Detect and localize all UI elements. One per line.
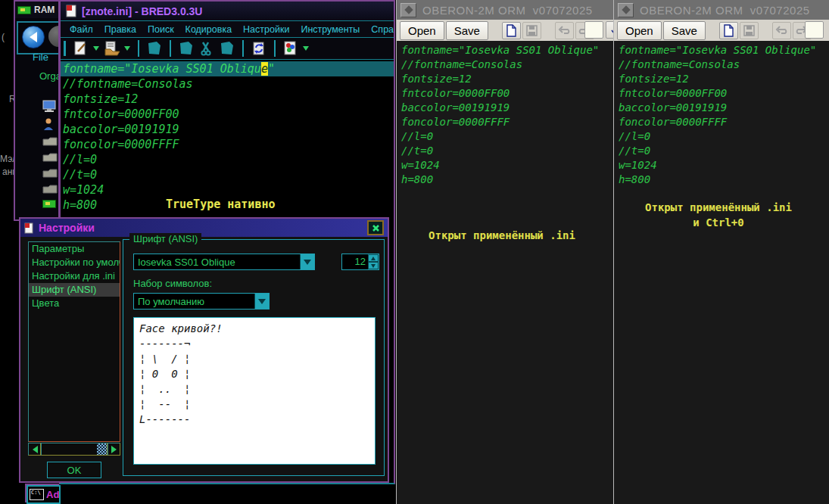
code-line[interactable]: fntcolor=0000FF00	[619, 86, 829, 101]
scrollbar-thumb[interactable]	[97, 443, 107, 455]
menu-item[interactable]: Файл	[70, 24, 93, 35]
scroll-right-button[interactable]	[108, 443, 120, 456]
new-document-dropdown-icon[interactable]	[93, 46, 99, 54]
menu-item[interactable]: Инструменты	[301, 24, 360, 35]
folder-icon[interactable]	[42, 168, 58, 179]
oberon1-titlebar[interactable]: OBERON-2M ORM v07072025	[397, 0, 613, 20]
code-line[interactable]: //t=0	[61, 167, 394, 182]
code-line[interactable]: h=800	[619, 173, 829, 187]
font-groupbox: Шрифт (ANSI) Iosevka SS01 Oblique 12 Наб…	[123, 239, 385, 476]
menu-item[interactable]: Правка	[104, 24, 136, 35]
paste-icon[interactable]	[218, 39, 236, 58]
menu-item[interactable]: Справка	[371, 24, 395, 35]
size-down-button[interactable]	[368, 262, 379, 269]
charset-combobox[interactable]: По умолчанию	[133, 293, 270, 310]
code-line[interactable]: foncolor=0000FFFF	[401, 115, 613, 129]
code-line[interactable]: //l=0	[61, 152, 394, 167]
editor-titlebar[interactable]: [znote.ini] - BRED3.0.3U	[61, 2, 394, 21]
code-line[interactable]: w=1024	[619, 158, 829, 173]
menu-item[interactable]: Кодировка	[185, 24, 232, 35]
copy-icon[interactable]	[177, 39, 195, 58]
ok-button[interactable]: OK	[47, 462, 101, 478]
open-file-dropdown-icon[interactable]	[124, 46, 130, 54]
save-icon[interactable]	[145, 39, 164, 58]
new-document-icon[interactable]	[72, 39, 90, 58]
code-line[interactable]: fontsize=12	[619, 72, 829, 86]
blank-swatch[interactable]	[805, 21, 824, 39]
code-line[interactable]: //l=0	[619, 129, 829, 144]
menu-item[interactable]: Поиск	[148, 24, 174, 35]
code-line[interactable]: w=1024	[61, 182, 394, 198]
oberon2-content[interactable]: fontname="Iosevka SS01 Oblique"//fontnam…	[614, 41, 829, 504]
computer-icon[interactable]	[42, 100, 58, 113]
save-button[interactable]: Save	[446, 21, 488, 40]
code-line[interactable]: //t=0	[619, 144, 829, 158]
charset-dropdown-button[interactable]	[254, 294, 269, 309]
apply-check-icon[interactable]	[606, 21, 613, 39]
code-line[interactable]: w=1024	[401, 158, 613, 173]
list-horizontal-scrollbar[interactable]	[28, 443, 120, 456]
scroll-left-button[interactable]	[28, 443, 41, 456]
taskbar-button-console[interactable]: C:\ Admini	[26, 485, 61, 504]
open-button[interactable]: Open	[400, 21, 444, 40]
menu-item[interactable]: Настройки	[243, 24, 289, 35]
close-button[interactable]	[367, 220, 384, 235]
font-combobox[interactable]: Iosevka SS01 Oblique	[133, 254, 315, 270]
folder-icon[interactable]	[42, 152, 58, 163]
user-icon[interactable]	[42, 118, 55, 131]
oberon2-titlebar[interactable]: OBERON-2M ORM v07072025	[614, 0, 829, 20]
colors-icon[interactable]	[282, 39, 300, 58]
colors-dropdown-icon[interactable]	[303, 46, 309, 54]
forward-button[interactable]	[48, 26, 60, 47]
toolbar-grip[interactable]	[64, 41, 66, 56]
undo-icon[interactable]	[772, 22, 791, 39]
oberon1-content[interactable]: fontname="Iosevka SS01 Oblique"//fontnam…	[397, 41, 613, 504]
oberon1-status-text: Открыт применённый .ini	[397, 229, 607, 241]
save-button[interactable]: Save	[663, 21, 706, 40]
settings-category-item[interactable]: Цвета	[29, 297, 120, 310]
folder-icon[interactable]	[42, 184, 58, 194]
code-line[interactable]: //l=0	[401, 129, 613, 144]
code-line[interactable]: fntcolor=0000FF00	[61, 107, 394, 122]
code-line[interactable]: baccolor=00191919	[401, 101, 613, 115]
settings-category-item[interactable]: Шрифт (ANSI)	[29, 283, 120, 297]
explorer-organize-label[interactable]: Orga	[39, 70, 60, 82]
open-file-icon[interactable]	[103, 39, 121, 58]
font-dropdown-button[interactable]	[300, 254, 314, 269]
code-line[interactable]: foncolor=0000FFFF	[61, 137, 394, 152]
reload-icon[interactable]	[250, 39, 268, 58]
settings-category-item[interactable]: Настройки по умолчанию	[29, 256, 120, 269]
code-line[interactable]: fontsize=12	[61, 92, 394, 107]
save-icon[interactable]	[522, 22, 541, 39]
size-up-button[interactable]	[368, 254, 379, 262]
cut-icon[interactable]	[198, 39, 216, 58]
undo-icon[interactable]	[555, 22, 574, 39]
new-document-icon[interactable]	[502, 22, 521, 39]
code-line-current[interactable]: fontname="Iosevka SS01 Oblique"	[61, 61, 394, 76]
save-icon[interactable]	[740, 22, 759, 39]
code-line[interactable]: //fontname=Consolas	[61, 76, 394, 92]
code-line[interactable]: //t=0	[401, 144, 613, 158]
open-button[interactable]: Open	[617, 21, 662, 40]
code-line[interactable]: h=800	[401, 173, 613, 187]
code-line[interactable]: foncolor=0000FFFF	[619, 115, 829, 129]
settings-category-list[interactable]: ПараметрыНастройки по умолчаниюНастройки…	[28, 241, 120, 442]
scrollbar-track[interactable]	[41, 443, 108, 456]
font-size-stepper[interactable]: 12	[341, 254, 379, 270]
code-line[interactable]: fontsize=12	[401, 72, 613, 86]
back-button[interactable]	[22, 26, 45, 48]
code-line[interactable]: //fontname=Consolas	[401, 58, 613, 72]
explorer-file-menu[interactable]: File	[33, 51, 48, 63]
code-line[interactable]: baccolor=00191919	[619, 101, 829, 115]
code-line[interactable]: fntcolor=0000FF00	[401, 86, 613, 101]
new-document-icon[interactable]	[719, 22, 738, 39]
blank-swatch[interactable]	[584, 21, 603, 39]
folder-icon[interactable]	[42, 136, 58, 147]
code-line[interactable]: fontname="Iosevka SS01 Oblique"	[401, 43, 613, 58]
code-line[interactable]: baccolor=00191919	[61, 122, 394, 137]
dialog-titlebar[interactable]: Настройки	[20, 219, 388, 237]
code-line[interactable]: fontname="Iosevka SS01 Oblique"	[619, 43, 829, 58]
settings-category-item[interactable]: Параметры	[29, 242, 120, 256]
settings-category-item[interactable]: Настройки для .ini	[29, 269, 120, 283]
code-line[interactable]: //fontname=Consolas	[619, 58, 829, 72]
